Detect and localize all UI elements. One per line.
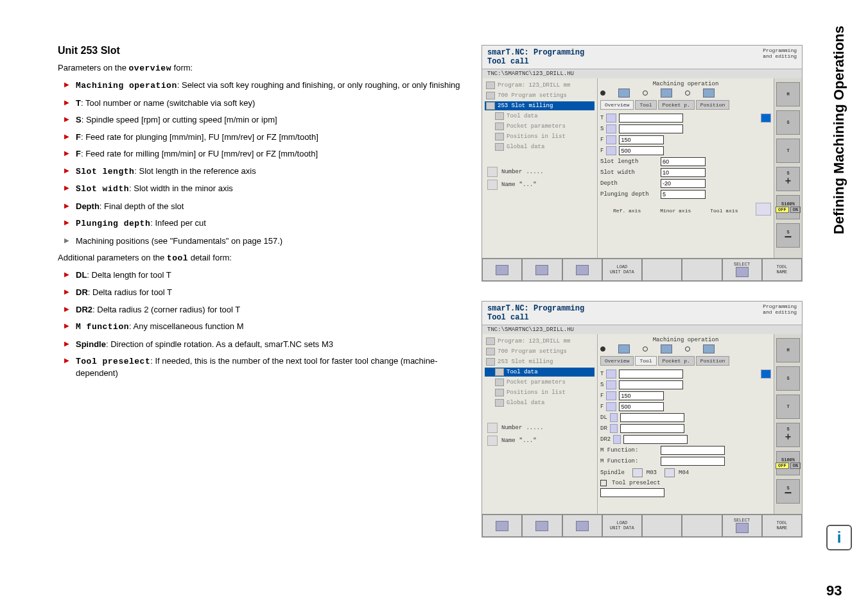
softkey-3[interactable] [562, 259, 602, 281]
tab-tool[interactable]: Tool [635, 356, 656, 366]
softkey-icon [496, 521, 508, 531]
input-slot-length[interactable] [661, 157, 706, 166]
softkey-icon [576, 521, 589, 531]
tab-overview[interactable]: Overview [600, 356, 634, 366]
radio-rough[interactable] [643, 90, 648, 96]
tree-item[interactable]: Pocket parameters [485, 122, 595, 131]
input-plunging[interactable] [661, 190, 706, 199]
param-text: : Delta radius for tool T [88, 287, 172, 297]
side-btn-minus[interactable]: S− [776, 223, 800, 248]
tree-item[interactable]: Pocket parameters [485, 378, 595, 387]
tree-item[interactable]: Tool data [485, 368, 595, 377]
tree-item[interactable]: Program: 123_DRILL mm [485, 81, 595, 90]
softkey-1[interactable] [482, 514, 522, 537]
input-F2[interactable] [619, 146, 664, 155]
tree-item[interactable]: Positions in list [485, 132, 595, 141]
side-btn-S[interactable]: S [776, 366, 800, 391]
softkey-toolname[interactable]: TOOLNAME [762, 514, 802, 537]
tree-item[interactable]: 700 Program settings [485, 347, 595, 356]
softkey-load[interactable]: LOADUNIT DATA [602, 259, 642, 281]
radio-rough[interactable] [643, 346, 648, 352]
side-btn-s100[interactable]: S100%OFFON [776, 195, 800, 219]
input-T[interactable] [619, 370, 683, 378]
input-mfunc2[interactable] [661, 457, 725, 466]
side-btn-plus[interactable]: S+ [776, 423, 800, 447]
tree-item[interactable]: Program: 123_DRILL mm [485, 337, 595, 346]
input-slot-width[interactable] [661, 168, 706, 177]
radio-rough-finish[interactable] [600, 90, 605, 96]
param-name: Slot width [76, 184, 129, 194]
tree-item[interactable]: Global data [485, 398, 595, 407]
side-btn-M[interactable]: M [776, 338, 800, 362]
softkey-1[interactable] [482, 259, 522, 281]
tree-item-label: Tool data [507, 113, 538, 119]
tab-pocket[interactable]: Pocket p. [658, 100, 695, 110]
side-btn-s100[interactable]: S100%OFFON [776, 451, 800, 475]
input-DR[interactable] [620, 424, 684, 433]
meta-number-row: Number ..... [487, 167, 592, 177]
machining-op-radios[interactable] [600, 89, 771, 98]
softkey-6[interactable] [682, 514, 722, 537]
radio-finish[interactable] [685, 346, 690, 352]
tree-item[interactable]: Tool data [485, 112, 595, 121]
t-mode-icon[interactable] [761, 370, 771, 378]
softkey-2[interactable] [522, 514, 562, 537]
tree-item[interactable]: 253 Slot milling [485, 357, 595, 366]
tool-preselect-checkbox[interactable] [600, 480, 607, 486]
row-F2: F [600, 146, 771, 155]
ref-axis-label: Ref. axis [613, 208, 641, 214]
input-DR2[interactable] [623, 435, 688, 444]
tab-tool[interactable]: Tool [635, 100, 656, 110]
op-icon-3 [703, 344, 715, 353]
input-F2[interactable] [619, 402, 664, 411]
tree-item[interactable]: Positions in list [485, 388, 595, 397]
row-F1: F [600, 391, 771, 400]
tab-position[interactable]: Position [696, 100, 729, 110]
softkey-select[interactable]: SELECT [722, 259, 762, 281]
input-F1[interactable] [619, 391, 664, 400]
input-F1[interactable] [619, 135, 664, 144]
tree-meta: Number ..... Name "..." [485, 164, 595, 195]
label-plunging: Plunging depth [600, 191, 658, 198]
input-S[interactable] [619, 124, 683, 133]
machining-op-radios[interactable] [600, 344, 771, 353]
t-mode-icon[interactable] [761, 114, 771, 123]
softkey-3[interactable] [562, 514, 602, 537]
input-S[interactable] [619, 380, 683, 389]
softkey-6[interactable] [682, 259, 722, 281]
input-depth[interactable] [661, 179, 706, 188]
number-label: Number [501, 425, 522, 431]
radio-rough-finish[interactable] [600, 346, 605, 352]
softkey-5[interactable] [642, 514, 682, 537]
softkey-2[interactable] [522, 259, 562, 281]
input-T[interactable] [619, 114, 683, 123]
softkey-select[interactable]: SELECT [722, 514, 762, 537]
tree-item[interactable]: Global data [485, 142, 595, 151]
tree-item[interactable]: 700 Program settings [485, 91, 595, 100]
softkey-load[interactable]: LOADUNIT DATA [602, 514, 642, 537]
radio-finish[interactable] [685, 90, 690, 96]
tab-pocket[interactable]: Pocket p. [658, 356, 695, 366]
tab-position[interactable]: Position [696, 356, 729, 366]
side-btn-S[interactable]: S [776, 110, 800, 135]
side-btn-M[interactable]: M [776, 82, 800, 106]
tab-overview[interactable]: Overview [600, 100, 634, 110]
input-mfunc1[interactable] [661, 446, 725, 455]
side-btn-minus[interactable]: S− [776, 479, 800, 504]
cnc-tree: Program: 123_DRILL mm700 Program setting… [482, 78, 598, 258]
side-btn-T[interactable]: T [776, 139, 800, 163]
label-F2: F [600, 404, 603, 410]
input-tool-preselect[interactable] [600, 488, 664, 497]
input-DL[interactable] [620, 413, 684, 422]
row-mfunc1: M Function: [600, 446, 771, 455]
tree-item-icon [495, 123, 504, 130]
tree-item-icon [495, 143, 504, 151]
name-icon [487, 180, 498, 190]
tree-item[interactable]: 253 Slot milling [485, 101, 595, 110]
side-btn-plus[interactable]: S+ [776, 167, 800, 191]
side-btn-T[interactable]: T [776, 395, 800, 419]
op-icon-1 [618, 344, 630, 353]
softkey-toolname[interactable]: TOOLNAME [762, 259, 802, 281]
softkey-5[interactable] [642, 259, 682, 281]
list-item: S: Spindle speed [rpm] or cutting speed … [64, 114, 462, 126]
